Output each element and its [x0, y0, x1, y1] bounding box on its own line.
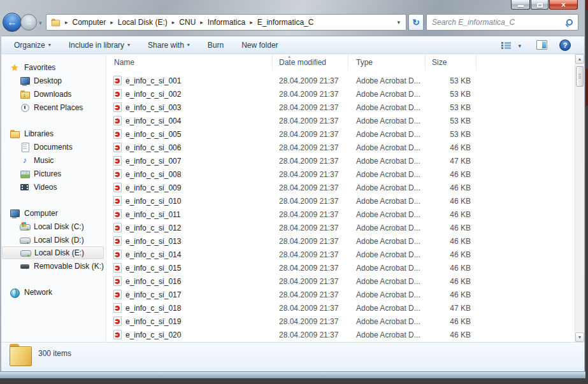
column-header-type[interactable]: Type — [348, 54, 426, 70]
sidebar-item-local-disk-d[interactable]: Local Disk (D:) — [1, 233, 106, 246]
table-row[interactable]: e_info_c_si_01228.04.2009 21:37Adobe Acr… — [106, 221, 575, 234]
table-row[interactable]: e_info_c_si_01728.04.2009 21:37Adobe Acr… — [106, 288, 575, 301]
table-row[interactable]: e_info_c_si_01328.04.2009 21:37Adobe Acr… — [106, 234, 575, 248]
sidebar-item-pictures[interactable]: Pictures — [1, 167, 106, 180]
file-size-cell: 46 KB — [426, 224, 477, 232]
column-header-date-modified[interactable]: Date modified — [273, 54, 348, 70]
table-row[interactable]: e_info_c_si_00328.04.2009 21:37Adobe Acr… — [106, 101, 575, 114]
back-button[interactable]: ← — [3, 13, 22, 32]
file-name: e_info_c_si_003 — [125, 103, 181, 112]
breadcrumb-item-cnu[interactable]: CNU — [179, 18, 196, 27]
file-name-cell: e_info_c_si_012 — [106, 223, 273, 232]
table-row[interactable]: e_info_c_si_01528.04.2009 21:37Adobe Acr… — [106, 261, 575, 274]
chevron-down-icon: ▾ — [127, 42, 130, 48]
scroll-up-icon: ▲ — [578, 57, 582, 61]
sidebar-item-downloads[interactable]: ↓Downloads — [1, 87, 106, 101]
table-row[interactable]: e_info_c_si_01428.04.2009 21:37Adobe Acr… — [106, 248, 575, 261]
table-row[interactable]: e_info_c_si_00428.04.2009 21:37Adobe Acr… — [106, 114, 575, 127]
sidebar-item-computer[interactable]: Computer — [1, 206, 106, 220]
file-name: e_info_c_si_020 — [125, 331, 181, 339]
address-dropdown-icon[interactable]: ▾ — [395, 19, 402, 25]
removable-disk-k-icon — [20, 261, 30, 271]
pdf-file-icon — [113, 236, 122, 246]
breadcrumb-item-computer[interactable]: Computer — [73, 18, 106, 27]
file-size-cell: 46 KB — [426, 210, 477, 219]
sidebar-item-desktop[interactable]: Desktop — [1, 74, 106, 87]
breadcrumb-arrow-icon: ▸ — [250, 19, 253, 25]
forward-button[interactable]: → — [20, 14, 37, 31]
refresh-button[interactable]: ↻ — [408, 14, 424, 31]
scroll-down-button[interactable]: ▼ — [575, 332, 584, 342]
file-name: e_info_c_si_015 — [125, 264, 181, 273]
table-row[interactable]: e_info_c_si_01628.04.2009 21:37Adobe Acr… — [106, 274, 575, 288]
table-row[interactable]: e_info_c_si_00228.04.2009 21:37Adobe Acr… — [106, 87, 575, 101]
toolbar-button-organize[interactable]: Organize▾ — [8, 38, 57, 52]
sidebar-item-label: Local Disk (C:) — [34, 222, 84, 231]
scroll-up-button[interactable]: ▲ — [575, 54, 584, 64]
sidebar-item-local-disk-c[interactable]: Local Disk (C:) — [1, 220, 106, 233]
libraries-icon — [10, 129, 20, 139]
sidebar-item-videos[interactable]: Videos — [1, 180, 106, 194]
downloads-icon: ↓ — [20, 89, 30, 99]
sidebar-item-label: Pictures — [34, 169, 61, 178]
sidebar-item-favorites[interactable]: ★Favorites — [1, 60, 106, 74]
pictures-icon — [20, 169, 30, 179]
table-row[interactable]: e_info_c_si_00928.04.2009 21:37Adobe Acr… — [106, 181, 575, 194]
sidebar-item-documents[interactable]: Documents — [1, 140, 106, 153]
window-controls: × — [511, 0, 578, 10]
file-type-cell: Adobe Acrobat D... — [348, 237, 426, 246]
toolbar-button-share-with[interactable]: Share with▾ — [141, 38, 196, 52]
scrollbar-thumb[interactable] — [576, 66, 584, 87]
file-name-cell: e_info_c_si_010 — [106, 196, 273, 206]
toolbar-items: Organize▾Include in library▾Share with▾B… — [8, 38, 290, 52]
file-name: e_info_c_si_004 — [125, 117, 181, 125]
vertical-scrollbar[interactable]: ▲ ▼ — [575, 54, 584, 342]
views-icon[interactable] — [501, 41, 511, 50]
table-row[interactable]: e_info_c_si_00728.04.2009 21:37Adobe Acr… — [106, 154, 575, 167]
toolbar-button-new-folder[interactable]: New folder — [235, 38, 284, 52]
column-header-size[interactable]: Size — [426, 54, 477, 70]
pdf-file-icon — [113, 76, 122, 85]
table-row[interactable]: e_info_c_si_01028.04.2009 21:37Adobe Acr… — [106, 194, 575, 208]
details-pane: 300 items — [1, 342, 584, 371]
address-bar[interactable]: ▸Computer▸Local Disk (E:)▸CNU▸Informatic… — [46, 14, 406, 31]
breadcrumb-item-local-disk-e[interactable]: Local Disk (E:) — [118, 18, 168, 27]
recent-pages-dropdown-icon[interactable]: ▾ — [39, 20, 42, 26]
sidebar-item-local-disk-e[interactable]: Local Disk (E:) — [2, 246, 104, 259]
breadcrumb-item-informatica[interactable]: Informatica — [208, 18, 245, 27]
table-row[interactable]: e_info_c_si_00128.04.2009 21:37Adobe Acr… — [106, 74, 575, 87]
minimize-button[interactable] — [511, 0, 530, 10]
table-row[interactable]: e_info_c_si_01128.04.2009 21:37Adobe Acr… — [106, 208, 575, 221]
file-name-cell: e_info_c_si_003 — [106, 103, 273, 112]
table-row[interactable]: e_info_c_si_02028.04.2009 21:37Adobe Acr… — [106, 328, 575, 341]
sidebar-item-recent-places[interactable]: Recent Places — [1, 101, 106, 114]
sidebar-item-music[interactable]: ♪Music — [1, 153, 106, 167]
file-type-cell: Adobe Acrobat D... — [348, 90, 426, 99]
sidebar-item-network[interactable]: Network — [1, 285, 106, 299]
preview-pane-icon[interactable] — [536, 40, 547, 50]
file-date-cell: 28.04.2009 21:37 — [273, 170, 348, 179]
views-dropdown-icon[interactable]: ▾ — [518, 43, 521, 49]
table-row[interactable]: e_info_c_si_01828.04.2009 21:37Adobe Acr… — [106, 301, 575, 315]
file-type-cell: Adobe Acrobat D... — [348, 304, 426, 313]
toolbar-button-include-in-library[interactable]: Include in library▾ — [62, 38, 136, 52]
table-row[interactable]: e_info_c_si_00528.04.2009 21:37Adobe Acr… — [106, 127, 575, 141]
maximize-button[interactable] — [531, 0, 549, 10]
table-row[interactable]: e_info_c_si_00828.04.2009 21:37Adobe Acr… — [106, 167, 575, 181]
close-button[interactable]: × — [549, 0, 578, 10]
table-row[interactable]: e_info_c_si_01928.04.2009 21:37Adobe Acr… — [106, 315, 575, 328]
pdf-file-icon — [113, 316, 122, 326]
help-icon[interactable]: ? — [559, 39, 571, 51]
search-input[interactable] — [432, 18, 566, 27]
toolbar-button-burn[interactable]: Burn — [201, 38, 230, 52]
sidebar-item-label: Favorites — [24, 63, 55, 72]
breadcrumb-item-e-informatica-c[interactable]: E_informatica_C — [257, 18, 314, 27]
sidebar-item-removable-disk-k[interactable]: Removable Disk (K:) — [1, 259, 106, 273]
column-header-name[interactable]: Name — [106, 54, 273, 70]
sidebar-item-libraries[interactable]: Libraries — [1, 127, 106, 140]
file-size-cell: 47 KB — [426, 157, 477, 166]
table-row[interactable]: e_info_c_si_00628.04.2009 21:37Adobe Acr… — [106, 141, 575, 154]
column-header-filler — [477, 54, 575, 70]
pdf-file-icon — [113, 290, 122, 299]
file-type-cell: Adobe Acrobat D... — [348, 197, 426, 206]
